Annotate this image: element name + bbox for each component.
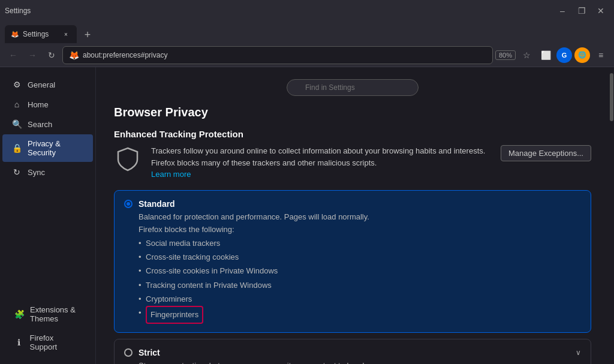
- reload-button[interactable]: ↻: [43, 47, 60, 64]
- general-icon: ⚙: [12, 80, 22, 89]
- titlebar-title: Settings: [5, 7, 549, 15]
- support-icon: ℹ: [14, 338, 24, 347]
- strict-radio[interactable]: [124, 348, 133, 357]
- settings-tab-close[interactable]: ×: [61, 29, 71, 39]
- search-sidebar-icon: 🔍: [12, 119, 22, 129]
- etp-section-title: Enhanced Tracking Protection: [114, 129, 591, 139]
- scrollbar-track[interactable]: [609, 67, 614, 364]
- privacy-icon: 🔒: [12, 143, 22, 153]
- sidebar-item-search-label: Search: [28, 120, 52, 129]
- standard-label: Standard: [139, 199, 175, 209]
- sidebar-item-search[interactable]: 🔍 Search: [2, 115, 93, 134]
- bookmark-button[interactable]: ☆: [518, 47, 535, 64]
- sidebar-item-sync[interactable]: ↻ Sync: [2, 163, 93, 182]
- etp-description: Trackers follow you around online to col…: [151, 145, 491, 181]
- find-settings-input[interactable]: [287, 79, 419, 96]
- sidebar-item-general-label: General: [28, 80, 55, 89]
- minimize-button[interactable]: –: [554, 5, 571, 16]
- strict-option-header: Strict ∨: [124, 348, 581, 357]
- sidebar-item-general[interactable]: ⚙ General: [2, 75, 93, 94]
- profile2-button[interactable]: 🌐: [574, 47, 590, 63]
- scrollbar-thumb[interactable]: [610, 73, 613, 121]
- zoom-level[interactable]: 80%: [495, 50, 516, 60]
- settings-tab-icon: 🦊: [11, 31, 19, 38]
- block-item-private-cookies: Cross-site cookies in Private Windows: [146, 264, 581, 278]
- main-layout: ⚙ General ⌂ Home 🔍 Search 🔒 Privacy & Se…: [0, 67, 614, 364]
- sidebar-item-privacy-label: Privacy & Security: [28, 139, 83, 157]
- sync-icon: ↻: [12, 167, 22, 177]
- firefox-logo-icon: 🦊: [69, 50, 79, 60]
- find-wrapper: 🔍: [287, 79, 419, 96]
- fingerprinters-highlight: Fingerprinters: [146, 306, 203, 323]
- content-area: 🔍 Browser Privacy Enhanced Tracking Prot…: [96, 67, 609, 364]
- strict-option-card: Strict ∨ Stronger protection, but may ca…: [114, 339, 591, 364]
- settings-tab-label: Settings: [23, 30, 49, 38]
- standard-option-card: Standard Balanced for protection and per…: [114, 190, 591, 333]
- forward-button[interactable]: →: [24, 47, 41, 64]
- sidebar: ⚙ General ⌂ Home 🔍 Search 🔒 Privacy & Se…: [0, 67, 96, 364]
- sidebar-item-home[interactable]: ⌂ Home: [2, 95, 93, 114]
- blocks-list: Social media trackers Cross-site trackin…: [124, 236, 581, 324]
- new-tab-button[interactable]: +: [79, 26, 96, 43]
- toolbar: ← → ↻ 🦊 about:preferences#privacy 80% ☆ …: [0, 43, 614, 67]
- settings-tab[interactable]: 🦊 Settings ×: [5, 25, 77, 43]
- manage-exceptions-button[interactable]: Manage Exceptions...: [501, 145, 591, 161]
- sidebar-item-extensions[interactable]: 🧩 Extensions & Themes: [5, 300, 91, 328]
- menu-button[interactable]: ≡: [592, 47, 609, 64]
- block-item-tracking-private: Tracking content in Private Windows: [146, 278, 581, 292]
- strict-collapse-button[interactable]: ∨: [576, 348, 581, 357]
- block-item-cross-site-cookies: Cross-site tracking cookies: [146, 250, 581, 264]
- shield-icon: [114, 145, 142, 173]
- sidebar-item-sync-label: Sync: [28, 168, 45, 177]
- sidebar-bottom: 🧩 Extensions & Themes ℹ Firefox Support: [0, 300, 96, 357]
- sidebar-item-home-label: Home: [28, 100, 49, 109]
- block-item-cryptominers: Cryptominers: [146, 292, 581, 306]
- block-item-social: Social media trackers: [146, 236, 581, 250]
- etp-box: Trackers follow you around online to col…: [114, 145, 591, 181]
- fingerprinters-text: Fingerprinters: [151, 308, 198, 321]
- etp-learn-more-link[interactable]: Learn more: [151, 170, 191, 179]
- sidebar-item-support[interactable]: ℹ Firefox Support: [5, 329, 91, 356]
- address-bar[interactable]: 🦊 about:preferences#privacy: [62, 46, 493, 64]
- tab-strip: 🦊 Settings × +: [0, 22, 614, 43]
- page-title: Browser Privacy: [114, 106, 591, 119]
- toolbar-right: 80% ☆ ⬜ G 🌐 ≡: [495, 47, 609, 64]
- sidebar-item-support-label: Firefox Support: [30, 333, 82, 351]
- close-button[interactable]: ✕: [592, 5, 609, 16]
- titlebar-controls: – ❐ ✕: [554, 5, 609, 16]
- pocket-button[interactable]: ⬜: [537, 47, 554, 64]
- standard-option-header: Standard: [124, 199, 581, 209]
- etp-description-text: Trackers follow you around online to col…: [151, 146, 485, 167]
- blocks-label: Firefox blocks the following:: [124, 225, 581, 234]
- strict-label: Strict: [139, 348, 160, 357]
- extensions-icon: 🧩: [14, 309, 24, 319]
- home-icon: ⌂: [12, 100, 22, 109]
- standard-description: Balanced for protection and performance.…: [124, 212, 581, 221]
- sidebar-item-privacy[interactable]: 🔒 Privacy & Security: [2, 134, 93, 162]
- sidebar-item-extensions-label: Extensions & Themes: [30, 305, 82, 323]
- standard-radio[interactable]: [124, 200, 133, 208]
- strict-description: Stronger protection, but may cause some …: [124, 361, 581, 364]
- maximize-button[interactable]: ❐: [573, 5, 590, 16]
- find-settings-bar: 🔍: [114, 79, 591, 96]
- profile1-button[interactable]: G: [556, 47, 572, 63]
- titlebar: Settings – ❐ ✕: [0, 0, 614, 22]
- back-button[interactable]: ←: [5, 47, 22, 64]
- block-item-fingerprinters: Fingerprinters: [146, 306, 581, 323]
- address-text: about:preferences#privacy: [83, 51, 167, 59]
